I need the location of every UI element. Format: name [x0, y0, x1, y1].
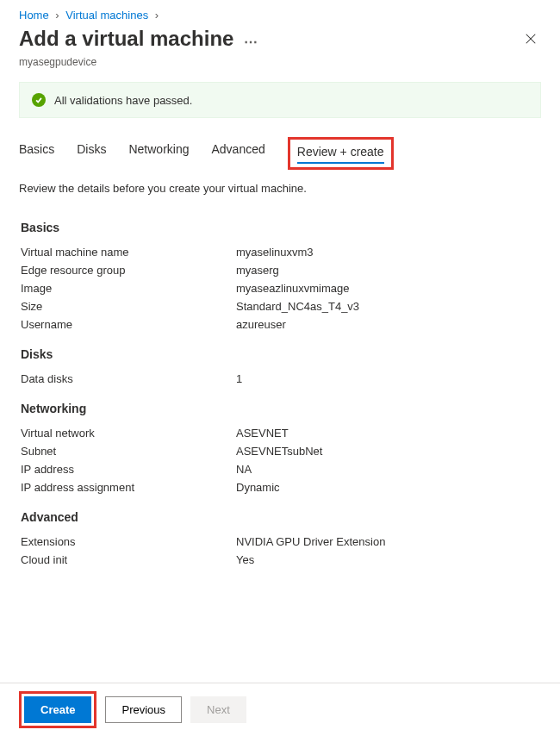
row-username: Username azureuser — [21, 315, 539, 334]
row-extensions: Extensions NVIDIA GPU Driver Extension — [21, 533, 539, 551]
label-vm-name: Virtual machine name — [21, 246, 236, 259]
page-title-text: Add a virtual machine — [19, 27, 233, 51]
page-subtitle: myasegpudevice — [0, 56, 560, 77]
breadcrumb: Home › Virtual machines › — [0, 0, 560, 25]
section-networking: Networking Virtual network ASEVNET Subne… — [0, 388, 560, 496]
validation-banner: All validations have passed. — [19, 82, 541, 118]
value-username: azureuser — [236, 318, 539, 331]
create-button[interactable]: Create — [24, 696, 91, 723]
close-icon — [525, 33, 537, 45]
label-resource-group: Edge resource group — [21, 264, 236, 277]
breadcrumb-home[interactable]: Home — [19, 9, 49, 22]
value-ip-assignment: Dynamic — [236, 481, 539, 494]
previous-button[interactable]: Previous — [105, 696, 182, 723]
value-cloud-init: Yes — [236, 553, 539, 566]
section-advanced-title: Advanced — [21, 510, 539, 524]
tab-basics[interactable]: Basics — [19, 137, 54, 170]
section-advanced: Advanced Extensions NVIDIA GPU Driver Ex… — [0, 496, 560, 569]
row-vm-name: Virtual machine name myaselinuxvm3 — [21, 243, 539, 261]
row-cloud-init: Cloud init Yes — [21, 551, 539, 569]
tab-networking[interactable]: Networking — [128, 137, 189, 170]
label-ip-assignment: IP address assignment — [21, 481, 236, 494]
page-title: Add a virtual machine ⋯ — [19, 27, 258, 51]
row-resource-group: Edge resource group myaserg — [21, 261, 539, 279]
section-basics: Basics Virtual machine name myaselinuxvm… — [0, 207, 560, 334]
label-data-disks: Data disks — [21, 372, 236, 385]
label-image: Image — [21, 282, 236, 295]
label-cloud-init: Cloud init — [21, 553, 236, 566]
ellipsis-icon[interactable]: ⋯ — [244, 34, 258, 50]
close-button[interactable] — [520, 28, 541, 49]
section-networking-title: Networking — [21, 402, 539, 415]
row-size: Size Standard_NC4as_T4_v3 — [21, 297, 539, 315]
value-size: Standard_NC4as_T4_v3 — [236, 300, 539, 313]
value-ip-address: NA — [236, 463, 539, 476]
breadcrumb-virtual-machines[interactable]: Virtual machines — [65, 9, 148, 22]
label-subnet: Subnet — [21, 445, 236, 458]
create-button-highlight: Create — [19, 691, 96, 728]
tab-review-highlight: Review + create — [288, 137, 394, 170]
check-circle-icon — [32, 93, 46, 107]
row-data-disks: Data disks 1 — [21, 370, 539, 388]
value-extensions: NVIDIA GPU Driver Extension — [236, 535, 539, 548]
value-virtual-network: ASEVNET — [236, 427, 539, 440]
row-virtual-network: Virtual network ASEVNET — [21, 424, 539, 442]
row-ip-address: IP address NA — [21, 460, 539, 478]
value-resource-group: myaserg — [236, 264, 539, 277]
value-vm-name: myaselinuxvm3 — [236, 246, 539, 259]
page-header: Add a virtual machine ⋯ — [0, 25, 560, 56]
section-basics-title: Basics — [21, 221, 539, 234]
tab-bar: Basics Disks Networking Advanced Review … — [0, 128, 560, 170]
tab-advanced[interactable]: Advanced — [212, 137, 265, 170]
value-image: myaseazlinuxvmimage — [236, 282, 539, 295]
chevron-right-icon: › — [55, 9, 59, 22]
tab-disks[interactable]: Disks — [77, 137, 106, 170]
label-ip-address: IP address — [21, 463, 236, 476]
value-subnet: ASEVNETsubNet — [236, 445, 539, 458]
row-image: Image myaseazlinuxvmimage — [21, 279, 539, 297]
label-extensions: Extensions — [21, 535, 236, 548]
section-disks: Disks Data disks 1 — [0, 334, 560, 388]
label-virtual-network: Virtual network — [21, 427, 236, 440]
footer-bar: Create Previous Next — [0, 683, 560, 736]
validation-message: All validations have passed. — [54, 94, 192, 107]
next-button: Next — [190, 696, 246, 723]
label-size: Size — [21, 300, 236, 313]
label-username: Username — [21, 318, 236, 331]
tab-review-create[interactable]: Review + create — [297, 143, 384, 164]
tab-description: Review the details before you create you… — [0, 170, 560, 207]
row-ip-assignment: IP address assignment Dynamic — [21, 478, 539, 496]
section-disks-title: Disks — [21, 347, 539, 361]
value-data-disks: 1 — [236, 372, 539, 385]
row-subnet: Subnet ASEVNETsubNet — [21, 442, 539, 460]
chevron-right-icon: › — [155, 9, 159, 22]
